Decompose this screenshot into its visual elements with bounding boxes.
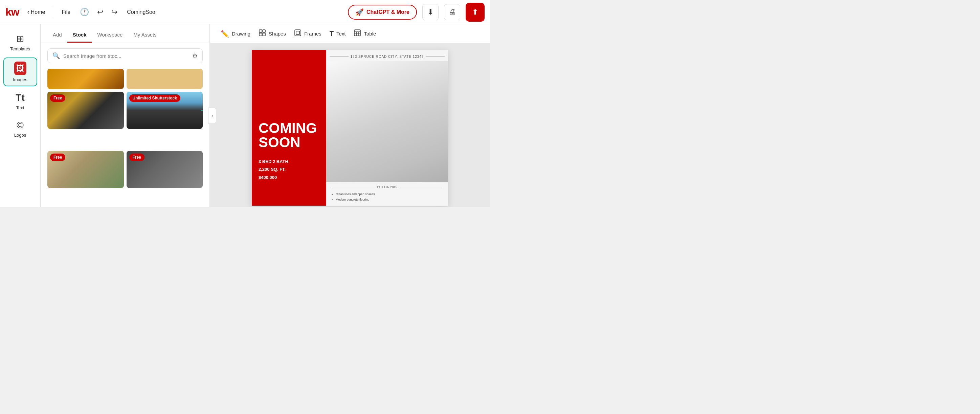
flyer-coming-text: COMING bbox=[259, 121, 320, 135]
svg-rect-1 bbox=[262, 30, 265, 32]
free-badge: Free bbox=[50, 154, 65, 161]
chatgpt-button[interactable]: 🚀 ChatGPT & More bbox=[348, 5, 417, 20]
text-label: Text bbox=[16, 105, 24, 110]
doc-title: ComingSoo bbox=[127, 9, 155, 15]
svg-rect-6 bbox=[354, 30, 360, 36]
text-label: Text bbox=[336, 31, 346, 36]
frames-icon bbox=[294, 29, 302, 38]
download-button[interactable]: ⬇ bbox=[422, 4, 439, 20]
text-tool-icon: T bbox=[329, 30, 334, 38]
frames-tool[interactable]: Frames bbox=[294, 29, 321, 38]
flyer-left-panel: COMING SOON 3 BED 2 BATH 2,200 SQ. FT. $… bbox=[252, 50, 326, 206]
rocket-icon: 🚀 bbox=[355, 8, 364, 16]
image-grid: Free Unlimited Shutterstock Free Free bbox=[41, 92, 210, 207]
text-tool[interactable]: T Text bbox=[329, 30, 346, 38]
built-text: BUILT IN 2015 bbox=[377, 186, 397, 189]
flyer-design: COMING SOON 3 BED 2 BATH 2,200 SQ. FT. $… bbox=[252, 50, 448, 206]
file-button[interactable]: File bbox=[59, 8, 73, 17]
list-item[interactable]: Free bbox=[48, 151, 124, 188]
share-button[interactable]: ⬆ bbox=[466, 3, 485, 22]
free-badge: Free bbox=[50, 94, 65, 102]
logos-icon: © bbox=[17, 120, 24, 130]
list-item[interactable]: Free bbox=[127, 151, 203, 188]
print-icon: 🖨 bbox=[449, 8, 456, 17]
sidebar-item-templates[interactable]: ⊞ Templates bbox=[3, 30, 37, 55]
flyer-soon-text: SOON bbox=[259, 135, 320, 149]
logos-label: Logos bbox=[14, 133, 26, 138]
svg-rect-2 bbox=[259, 33, 262, 36]
svg-rect-5 bbox=[296, 31, 299, 35]
search-input[interactable] bbox=[63, 53, 189, 59]
tab-my-assets[interactable]: My Assets bbox=[128, 29, 162, 43]
canvas-toolbar: ✏️ Drawing Shapes Frames T Text bbox=[210, 24, 490, 43]
flyer-kitchen-image bbox=[326, 61, 448, 182]
flyer-bullets: Clean lines and open spaces Modern concr… bbox=[331, 192, 443, 202]
drawing-icon: ✏️ bbox=[221, 30, 229, 38]
svg-rect-0 bbox=[259, 30, 262, 32]
sidebar-item-text[interactable]: Tt Text bbox=[3, 89, 37, 114]
nav-separator bbox=[52, 8, 52, 17]
flyer-details: 3 BED 2 BATH 2,200 SQ. FT. $400,000 bbox=[259, 158, 320, 181]
flyer-bottom: BUILT IN 2015 Clean lines and open space… bbox=[326, 182, 448, 206]
search-icon: 🔍 bbox=[52, 52, 60, 60]
flyer-address: 123 SPRUCE ROAD CITY, STATE 12345 bbox=[326, 50, 448, 61]
table-label: Table bbox=[364, 31, 376, 36]
panel-tabs: Add Stock Workspace My Assets bbox=[41, 24, 210, 43]
filter-icon[interactable]: ⚙ bbox=[192, 52, 197, 60]
undo-icon[interactable]: ↩ bbox=[96, 6, 105, 18]
sidebar-item-images[interactable]: 🖼 Images bbox=[3, 57, 37, 86]
unlimited-badge: Unlimited Shutterstock bbox=[129, 94, 180, 102]
shapes-tool[interactable]: Shapes bbox=[259, 29, 286, 38]
home-button[interactable]: ‹ Home bbox=[27, 8, 45, 16]
tab-workspace[interactable]: Workspace bbox=[92, 29, 128, 43]
svg-rect-4 bbox=[295, 30, 301, 36]
panel: Add Stock Workspace My Assets 🔍 ⚙ Free bbox=[41, 24, 210, 207]
images-label: Images bbox=[13, 77, 27, 82]
table-tool[interactable]: Table bbox=[354, 29, 376, 38]
top-nav: kw ‹ Home File 🕐 ↩ ↪ ComingSoo 🚀 ChatGPT… bbox=[0, 0, 490, 24]
kw-logo: kw bbox=[5, 6, 19, 18]
left-sidebar: ⊞ Templates 🖼 Images Tt Text © Logos bbox=[0, 24, 41, 207]
tab-stock[interactable]: Stock bbox=[67, 29, 92, 43]
panel-collapse-handle[interactable]: ‹ bbox=[208, 108, 216, 124]
flyer-right-panel: 123 SPRUCE ROAD CITY, STATE 12345 BUILT … bbox=[326, 50, 448, 206]
templates-icon: ⊞ bbox=[16, 33, 24, 44]
canvas-area: ✏️ Drawing Shapes Frames T Text bbox=[210, 24, 490, 207]
drawing-label: Drawing bbox=[232, 31, 250, 36]
search-bar: 🔍 ⚙ bbox=[48, 48, 203, 63]
share-icon: ⬆ bbox=[472, 8, 478, 17]
list-item[interactable]: Free bbox=[48, 92, 124, 129]
shapes-icon bbox=[259, 29, 266, 38]
main-layout: ⊞ Templates 🖼 Images Tt Text © Logos Add… bbox=[0, 24, 490, 207]
table-icon bbox=[354, 29, 361, 38]
tab-add[interactable]: Add bbox=[48, 29, 67, 43]
list-item[interactable]: Unlimited Shutterstock bbox=[127, 92, 203, 129]
back-chevron-icon: ‹ bbox=[27, 8, 29, 16]
print-button[interactable]: 🖨 bbox=[444, 4, 460, 20]
bullet-item: Clean lines and open spaces bbox=[336, 192, 443, 197]
svg-rect-3 bbox=[262, 33, 265, 36]
templates-label: Templates bbox=[10, 46, 30, 51]
home-label: Home bbox=[31, 9, 45, 15]
bullet-item: Modern concrete flooring bbox=[336, 197, 443, 202]
history-icon[interactable]: 🕐 bbox=[78, 6, 90, 18]
shapes-label: Shapes bbox=[269, 31, 286, 36]
drawing-tool[interactable]: ✏️ Drawing bbox=[221, 30, 250, 38]
list-item[interactable] bbox=[127, 69, 203, 89]
free-badge: Free bbox=[129, 154, 145, 161]
text-icon: Tt bbox=[16, 92, 24, 103]
images-icon: 🖼 bbox=[14, 62, 26, 75]
chatgpt-label: ChatGPT & More bbox=[366, 9, 409, 15]
canvas-content[interactable]: COMING SOON 3 BED 2 BATH 2,200 SQ. FT. $… bbox=[210, 43, 490, 207]
list-item[interactable] bbox=[48, 69, 124, 89]
download-icon: ⬇ bbox=[427, 8, 433, 17]
frames-label: Frames bbox=[304, 31, 321, 36]
redo-icon[interactable]: ↪ bbox=[110, 6, 119, 18]
sidebar-item-logos[interactable]: © Logos bbox=[3, 116, 37, 141]
